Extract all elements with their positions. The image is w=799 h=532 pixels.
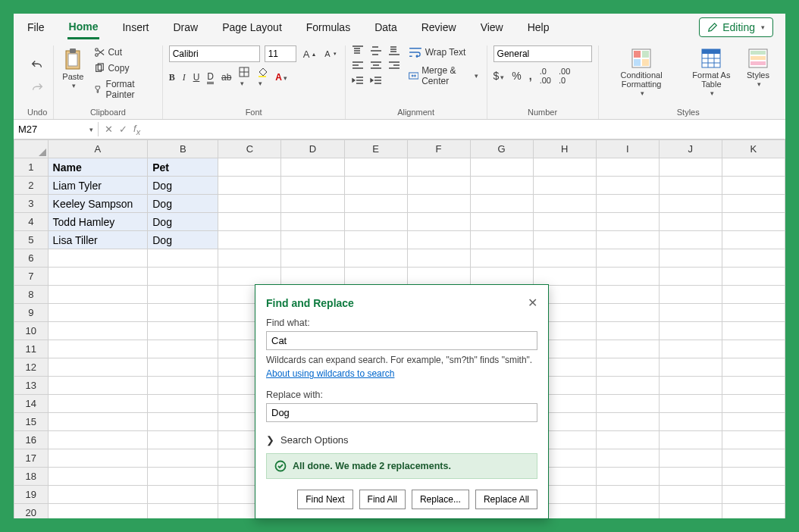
cell[interactable]	[533, 231, 596, 249]
cell[interactable]: Pet	[148, 158, 218, 177]
column-header-K[interactable]: K	[722, 140, 785, 158]
borders-button[interactable]: ▾	[239, 67, 249, 88]
cell[interactable]	[148, 249, 218, 268]
cell[interactable]	[470, 231, 533, 249]
bold-button[interactable]: B	[169, 72, 175, 83]
row-header-4[interactable]: 4	[14, 213, 49, 231]
row-header-18[interactable]: 18	[14, 468, 49, 486]
cell[interactable]	[722, 304, 785, 322]
cell[interactable]	[344, 231, 407, 249]
tab-help[interactable]: Help	[526, 17, 551, 38]
column-header-I[interactable]: I	[596, 140, 659, 158]
row-header-8[interactable]: 8	[14, 286, 49, 304]
cell[interactable]	[48, 268, 148, 286]
cell[interactable]	[48, 322, 148, 340]
cell[interactable]	[407, 195, 470, 213]
cell[interactable]	[722, 286, 785, 304]
align-left-button[interactable]	[352, 61, 364, 71]
cell[interactable]	[48, 486, 148, 504]
cell[interactable]	[596, 249, 659, 268]
cell[interactable]	[659, 486, 722, 504]
cell[interactable]	[344, 268, 407, 286]
cell[interactable]	[48, 358, 148, 377]
cell[interactable]	[281, 268, 344, 286]
row-header-3[interactable]: 3	[14, 195, 49, 213]
cell[interactable]	[407, 249, 470, 268]
cell[interactable]: Dog	[148, 231, 218, 249]
column-header-F[interactable]: F	[407, 140, 470, 158]
fill-color-button[interactable]: ▾	[257, 67, 268, 88]
column-header-A[interactable]: A	[48, 140, 148, 158]
tab-review[interactable]: Review	[420, 17, 458, 38]
cell[interactable]	[148, 486, 218, 504]
format-as-table-button[interactable]: Format As Table▾	[685, 45, 738, 100]
cell[interactable]	[281, 177, 344, 195]
row-header-19[interactable]: 19	[14, 486, 49, 504]
cell[interactable]	[533, 249, 596, 268]
tab-file[interactable]: File	[26, 17, 46, 38]
select-all-corner[interactable]	[14, 140, 49, 158]
cell[interactable]	[48, 304, 148, 322]
column-header-C[interactable]: C	[218, 140, 281, 158]
cell[interactable]	[148, 268, 218, 286]
find-all-button[interactable]: Find All	[359, 490, 406, 509]
cell[interactable]	[48, 449, 148, 468]
cell[interactable]	[659, 286, 722, 304]
percent-format-button[interactable]: %	[512, 70, 521, 82]
cell[interactable]	[470, 213, 533, 231]
decrease-font-button[interactable]: A▾	[322, 48, 338, 60]
row-header-1[interactable]: 1	[14, 158, 49, 177]
cell[interactable]	[148, 377, 218, 395]
italic-button[interactable]: I	[183, 72, 186, 83]
cell[interactable]	[407, 231, 470, 249]
cell[interactable]	[407, 158, 470, 177]
format-painter-button[interactable]: Format Painter	[92, 77, 155, 102]
tab-formulas[interactable]: Formulas	[305, 17, 352, 38]
comma-format-button[interactable]: ,	[529, 70, 532, 82]
cell[interactable]: Lisa Tiller	[48, 231, 148, 249]
cell[interactable]	[281, 158, 344, 177]
cell[interactable]	[344, 213, 407, 231]
cell[interactable]	[722, 395, 785, 413]
cell[interactable]	[659, 231, 722, 249]
cell[interactable]	[596, 358, 659, 377]
cell[interactable]	[722, 486, 785, 504]
cell[interactable]: Keeley Sampson	[48, 195, 148, 213]
cell[interactable]	[148, 504, 218, 519]
cell[interactable]	[659, 195, 722, 213]
tab-view[interactable]: View	[479, 17, 505, 38]
cell[interactable]	[659, 268, 722, 286]
cell[interactable]	[659, 177, 722, 195]
underline-button[interactable]: U	[193, 72, 200, 83]
cell[interactable]	[596, 377, 659, 395]
cell[interactable]	[659, 504, 722, 519]
close-button[interactable]: ✕	[528, 296, 537, 310]
cell[interactable]: Dog	[148, 213, 218, 231]
cell[interactable]	[596, 195, 659, 213]
find-next-button[interactable]: Find Next	[297, 490, 352, 509]
cell[interactable]	[596, 177, 659, 195]
cell[interactable]	[659, 377, 722, 395]
cell[interactable]	[722, 431, 785, 449]
cell[interactable]	[722, 158, 785, 177]
cell[interactable]	[344, 249, 407, 268]
replace-with-input[interactable]	[266, 403, 537, 422]
row-header-11[interactable]: 11	[14, 340, 49, 358]
cell[interactable]	[596, 468, 659, 486]
cell[interactable]	[596, 268, 659, 286]
cell[interactable]	[218, 177, 281, 195]
cell[interactable]	[722, 377, 785, 395]
cell[interactable]	[218, 213, 281, 231]
cell[interactable]	[659, 158, 722, 177]
conditional-formatting-button[interactable]: Conditional Formatting▾	[605, 45, 678, 100]
cell[interactable]	[722, 231, 785, 249]
cell[interactable]	[148, 340, 218, 358]
cell[interactable]	[48, 395, 148, 413]
cell[interactable]	[722, 449, 785, 468]
replace-all-button[interactable]: Replace All	[475, 490, 537, 509]
cell[interactable]	[281, 231, 344, 249]
cut-button[interactable]: Cut	[92, 45, 155, 59]
decrease-decimal-button[interactable]: .00.0	[559, 67, 570, 85]
align-right-button[interactable]	[388, 61, 400, 71]
cell[interactable]	[470, 249, 533, 268]
